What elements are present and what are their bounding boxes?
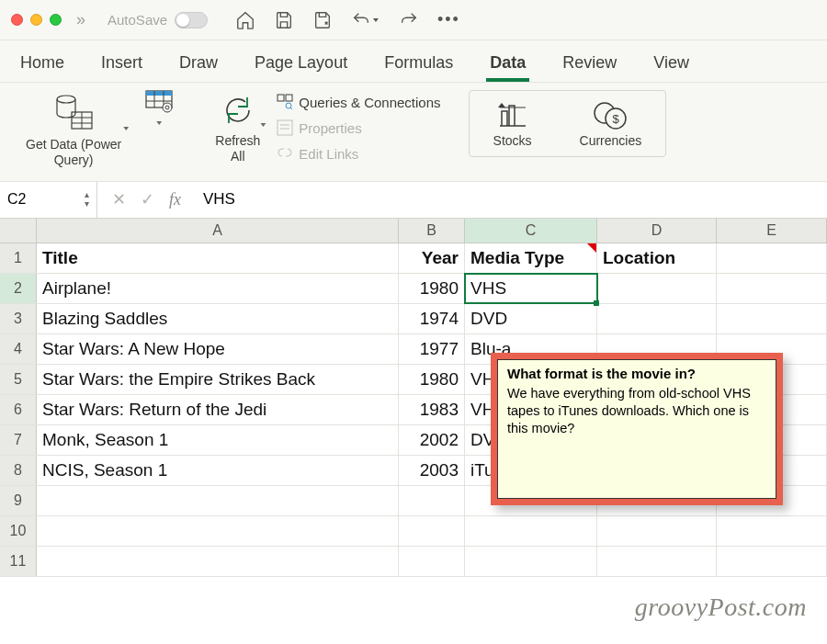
get-data-button[interactable]: ▼ Get Data (Power Query) [18,90,129,172]
cell[interactable] [717,516,827,546]
tab-formulas[interactable]: Formulas [382,50,455,82]
cell[interactable]: 2003 [399,456,465,485]
row-header[interactable]: 1 [0,243,37,273]
row-header[interactable]: 10 [0,516,37,546]
cell[interactable] [399,516,465,546]
svg-point-0 [57,96,75,103]
tab-view[interactable]: View [651,50,691,82]
col-header-d[interactable]: D [597,219,717,243]
cell[interactable] [717,243,827,273]
comment-popup[interactable]: What format is the movie in? We have eve… [497,359,776,499]
cell-header-title[interactable]: Title [37,243,399,273]
cell[interactable] [37,486,399,515]
col-header-a[interactable]: A [37,219,399,243]
cell[interactable] [717,547,827,576]
formula-value[interactable]: VHS [196,190,235,209]
home-button[interactable] [235,10,255,30]
cell[interactable] [597,547,717,576]
row-header[interactable]: 4 [0,334,37,364]
cell[interactable] [465,547,597,576]
fx-icon[interactable]: fx [169,190,181,209]
row-header[interactable]: 8 [0,456,37,485]
comment-body: We have everything from old-school VHS t… [507,385,766,437]
select-all-corner[interactable] [0,219,37,243]
cell[interactable] [399,486,465,515]
collapse-icon[interactable]: » [76,10,85,29]
cell[interactable]: Airplane! [37,274,399,303]
cell[interactable]: Monk, Season 1 [37,425,399,455]
tab-page-layout[interactable]: Page Layout [253,50,349,82]
enter-icon[interactable]: ✓ [141,189,154,209]
refresh-all-button[interactable]: ▼ Refresh All [208,90,267,168]
cell[interactable] [465,516,597,546]
undo-button[interactable]: ▼ [351,10,380,30]
row-header[interactable]: 5 [0,365,37,394]
save-as-button[interactable] [312,10,333,30]
cancel-icon[interactable]: ✕ [112,189,126,209]
watermark: groovyPost.com [635,593,807,622]
cell-header-year[interactable]: Year [399,243,465,273]
tab-review[interactable]: Review [561,50,618,82]
autosave-toggle[interactable]: AutoSave [108,12,208,28]
titlebar: » AutoSave ▼ ••• [0,0,827,40]
from-picture-icon [145,90,173,114]
cell[interactable]: 2002 [399,425,465,455]
more-button[interactable]: ••• [437,10,460,30]
tab-home[interactable]: Home [18,50,66,82]
cell[interactable]: 1983 [399,395,465,424]
row-header[interactable]: 3 [0,304,37,333]
cell[interactable] [717,274,827,303]
cell[interactable] [399,547,465,576]
cell[interactable] [597,304,717,333]
stocks-button[interactable]: Stocks [486,96,539,153]
quick-access-toolbar: ▼ ••• [235,10,460,30]
formula-bar: C2 ▴▾ ✕ ✓ fx VHS [0,182,827,219]
switch-off-icon[interactable] [175,12,208,28]
cell[interactable]: 1974 [399,304,465,333]
cell[interactable]: NCIS, Season 1 [37,456,399,485]
name-box[interactable]: C2 ▴▾ [0,182,97,218]
cell[interactable] [37,547,399,576]
cell[interactable]: DVD [465,304,597,333]
zoom-window-icon[interactable] [50,14,62,26]
row-header[interactable]: 7 [0,425,37,455]
name-steppers[interactable]: ▴▾ [85,190,89,209]
from-picture-button[interactable]: ▼ [138,90,180,131]
tab-insert[interactable]: Insert [99,50,144,82]
cell[interactable]: Blazing Saddles [37,304,399,333]
cell[interactable]: 1980 [399,274,465,303]
cell[interactable] [37,516,399,546]
queries-connections-button[interactable]: Queries & Connections [277,92,440,112]
cell[interactable]: 1977 [399,334,465,364]
col-header-c[interactable]: C [465,219,597,243]
cell[interactable]: 1980 [399,365,465,394]
tab-draw[interactable]: Draw [177,50,220,82]
col-header-b[interactable]: B [399,219,465,243]
stocks-label: Stocks [493,133,532,149]
cell[interactable] [597,516,717,546]
cell-header-media[interactable]: Media Type [465,243,597,273]
cell[interactable]: Star Wars: A New Hope [37,334,399,364]
currencies-button[interactable]: $ Currencies [572,96,650,153]
database-grid-icon [53,94,94,132]
svg-text:$: $ [613,112,620,126]
row-header[interactable]: 6 [0,395,37,424]
redo-button[interactable] [399,10,419,30]
tab-data[interactable]: Data [488,50,527,82]
minimize-window-icon[interactable] [30,14,42,26]
cell[interactable] [597,274,717,303]
row-1: 1 Title Year Media Type Location [0,243,827,274]
save-button[interactable] [274,10,294,30]
refresh-icon [221,94,255,127]
cell[interactable] [717,304,827,333]
edit-links-button: Edit Links [277,143,440,164]
row-header[interactable]: 11 [0,547,37,576]
row-header[interactable]: 2 [0,274,37,303]
row-header[interactable]: 9 [0,486,37,515]
col-header-e[interactable]: E [717,219,827,243]
cell-header-location[interactable]: Location [597,243,717,273]
cell-selected[interactable]: VHS [465,274,597,303]
close-window-icon[interactable] [11,14,23,26]
cell[interactable]: Star Wars: the Empire Strikes Back [37,365,399,394]
cell[interactable]: Star Wars: Return of the Jedi [37,395,399,424]
